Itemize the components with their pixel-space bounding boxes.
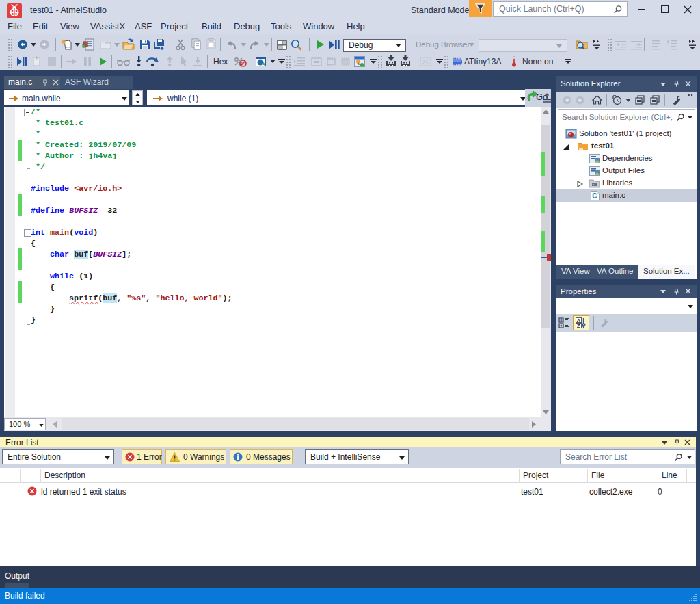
svg-text:C: C — [592, 192, 597, 200]
svg-text:Z: Z — [577, 324, 580, 328]
svg-text:A: A — [577, 318, 580, 323]
